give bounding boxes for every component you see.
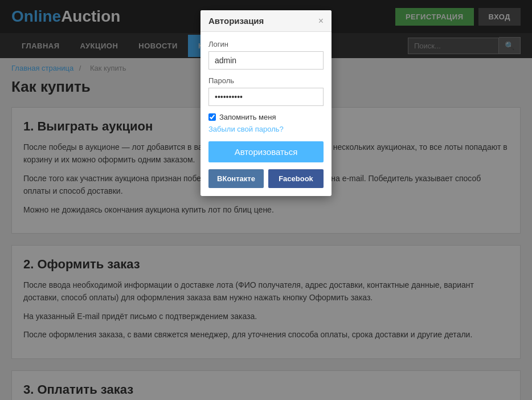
login-input[interactable] bbox=[208, 51, 324, 70]
vk-button[interactable]: ВКонтакте bbox=[208, 169, 264, 188]
password-input[interactable] bbox=[208, 88, 324, 106]
modal-close-button[interactable]: × bbox=[318, 17, 324, 26]
modal-overlay: Авторизация × Логин Пароль Запомнить мен… bbox=[0, 0, 532, 400]
modal-title: Авторизация bbox=[208, 16, 264, 26]
login-label: Логин bbox=[208, 40, 324, 48]
password-label: Пароль bbox=[208, 76, 324, 85]
modal-header: Авторизация × bbox=[200, 10, 332, 32]
authorize-button[interactable]: Авторизоваться bbox=[208, 141, 324, 162]
remember-label[interactable]: Запомнить меня bbox=[219, 113, 276, 121]
forgot-password-link[interactable]: Забыли свой пароль? bbox=[208, 125, 324, 133]
auth-modal: Авторизация × Логин Пароль Запомнить мен… bbox=[200, 10, 332, 196]
remember-checkbox[interactable] bbox=[208, 113, 216, 121]
modal-body: Логин Пароль Запомнить меня Забыли свой … bbox=[200, 32, 332, 196]
remember-row: Запомнить меня bbox=[208, 113, 324, 121]
social-buttons: ВКонтакте Facebook bbox=[208, 169, 324, 188]
facebook-button[interactable]: Facebook bbox=[268, 169, 324, 188]
